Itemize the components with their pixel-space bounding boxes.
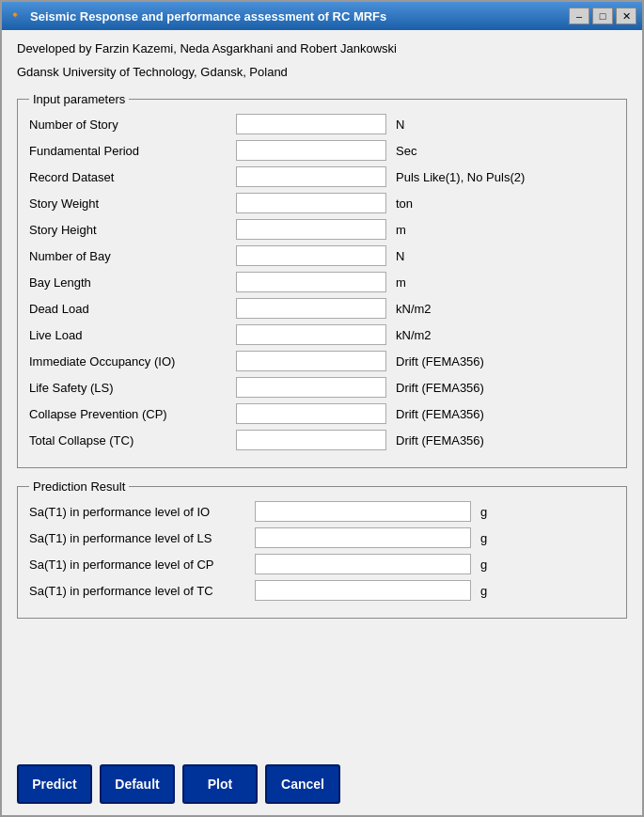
param-label: Record Dataset	[29, 170, 236, 184]
param-input-7[interactable]	[236, 298, 386, 319]
dev-line-1: Developed by Farzin Kazemi, Neda Asgarkh…	[17, 41, 627, 55]
param-label: Life Safety (LS)	[29, 381, 236, 395]
param-label: Immediate Occupancy (IO)	[29, 354, 236, 369]
plot-button[interactable]: Plot	[182, 764, 258, 804]
result-unit: g	[480, 558, 487, 572]
result-unit: g	[480, 531, 487, 545]
window-title: Seismic Response and performance assessm…	[30, 9, 563, 24]
result-label: Sa(T1) in performance level of TC	[29, 584, 255, 598]
input-row: Fundamental PeriodSec	[29, 140, 615, 161]
input-row: Story Weightton	[29, 193, 615, 213]
param-label: Number of Bay	[29, 249, 236, 263]
input-row: Number of BayN	[29, 245, 615, 266]
content-area: Developed by Farzin Kazemi, Neda Asgarkh…	[2, 30, 642, 753]
prediction-result-legend: Prediction Result	[29, 479, 129, 494]
prediction-result-group: Prediction Result Sa(T1) in performance …	[17, 479, 627, 619]
param-label: Story Weight	[29, 196, 236, 211]
result-label: Sa(T1) in performance level of LS	[29, 531, 255, 545]
cancel-button[interactable]: Cancel	[265, 764, 340, 804]
input-row: Number of StoryN	[29, 114, 615, 134]
input-row: Story Heightm	[29, 219, 615, 240]
input-row: Immediate Occupancy (IO)Drift (FEMA356)	[29, 351, 615, 371]
minimize-button[interactable]: –	[569, 8, 589, 24]
param-unit: m	[396, 223, 406, 237]
param-label: Collapse Prevention (CP)	[29, 407, 236, 421]
param-input-2[interactable]	[236, 166, 386, 187]
result-row: Sa(T1) in performance level of IOg	[29, 501, 615, 522]
param-label: Total Collapse (TC)	[29, 433, 236, 448]
param-label: Dead Load	[29, 302, 236, 316]
input-row: Record DatasetPuls Like(1), No Puls(2)	[29, 166, 615, 187]
input-row: Live LoadkN/m2	[29, 324, 615, 345]
input-row: Life Safety (LS)Drift (FEMA356)	[29, 377, 615, 398]
param-input-3[interactable]	[236, 193, 386, 213]
param-input-10[interactable]	[236, 377, 386, 398]
result-input-0[interactable]	[255, 501, 471, 522]
dev-line-2: Gdansk University of Technology, Gdansk,…	[17, 65, 627, 79]
app-icon: 🔸	[8, 8, 24, 24]
maximize-button[interactable]: □	[592, 8, 613, 24]
result-input-3[interactable]	[255, 580, 471, 601]
result-rows: Sa(T1) in performance level of IOgSa(T1)…	[29, 501, 615, 601]
result-unit: g	[480, 584, 487, 598]
param-input-1[interactable]	[236, 140, 386, 161]
result-unit: g	[480, 505, 487, 519]
param-unit: N	[396, 249, 404, 263]
param-label: Number of Story	[29, 118, 236, 132]
param-input-4[interactable]	[236, 219, 386, 240]
param-unit: Drift (FEMA356)	[396, 407, 484, 421]
window-controls: – □ ✕	[569, 8, 636, 24]
input-row: Dead LoadkN/m2	[29, 298, 615, 319]
param-unit: N	[396, 118, 404, 132]
result-label: Sa(T1) in performance level of IO	[29, 505, 255, 519]
param-label: Fundamental Period	[29, 144, 236, 158]
input-row: Collapse Prevention (CP)Drift (FEMA356)	[29, 403, 615, 424]
param-unit: m	[396, 275, 406, 290]
result-label: Sa(T1) in performance level of CP	[29, 558, 255, 572]
param-label: Bay Length	[29, 275, 236, 290]
close-button[interactable]: ✕	[616, 8, 636, 24]
param-unit: kN/m2	[396, 328, 432, 342]
input-parameters-legend: Input parameters	[29, 92, 129, 106]
result-row: Sa(T1) in performance level of LSg	[29, 527, 615, 548]
input-rows: Number of StoryNFundamental PeriodSecRec…	[29, 114, 615, 450]
input-row: Total Collapse (TC)Drift (FEMA356)	[29, 430, 615, 450]
param-input-8[interactable]	[236, 324, 386, 345]
param-unit: Drift (FEMA356)	[396, 433, 484, 448]
param-input-6[interactable]	[236, 272, 386, 292]
result-row: Sa(T1) in performance level of TCg	[29, 580, 615, 601]
param-input-12[interactable]	[236, 430, 386, 450]
param-unit: ton	[396, 196, 413, 211]
predict-button[interactable]: Predict	[17, 764, 92, 804]
param-input-9[interactable]	[236, 351, 386, 371]
button-row: PredictDefaultPlotCancel	[2, 753, 642, 815]
input-parameters-group: Input parameters Number of StoryNFundame…	[17, 92, 627, 468]
param-unit: Sec	[396, 144, 416, 158]
param-unit: Puls Like(1), No Puls(2)	[396, 170, 525, 184]
param-input-0[interactable]	[236, 114, 386, 134]
param-label: Live Load	[29, 328, 236, 342]
result-row: Sa(T1) in performance level of CPg	[29, 554, 615, 574]
param-input-5[interactable]	[236, 245, 386, 266]
param-input-11[interactable]	[236, 403, 386, 424]
title-bar: 🔸 Seismic Response and performance asses…	[2, 2, 642, 30]
buttons-container: PredictDefaultPlotCancel	[17, 764, 340, 804]
result-input-2[interactable]	[255, 554, 471, 574]
result-input-1[interactable]	[255, 527, 471, 548]
main-window: 🔸 Seismic Response and performance asses…	[0, 0, 644, 817]
param-unit: Drift (FEMA356)	[396, 381, 484, 395]
param-label: Story Height	[29, 223, 236, 237]
input-row: Bay Lengthm	[29, 272, 615, 292]
param-unit: kN/m2	[396, 302, 432, 316]
default-button[interactable]: Default	[100, 764, 175, 804]
param-unit: Drift (FEMA356)	[396, 354, 484, 369]
